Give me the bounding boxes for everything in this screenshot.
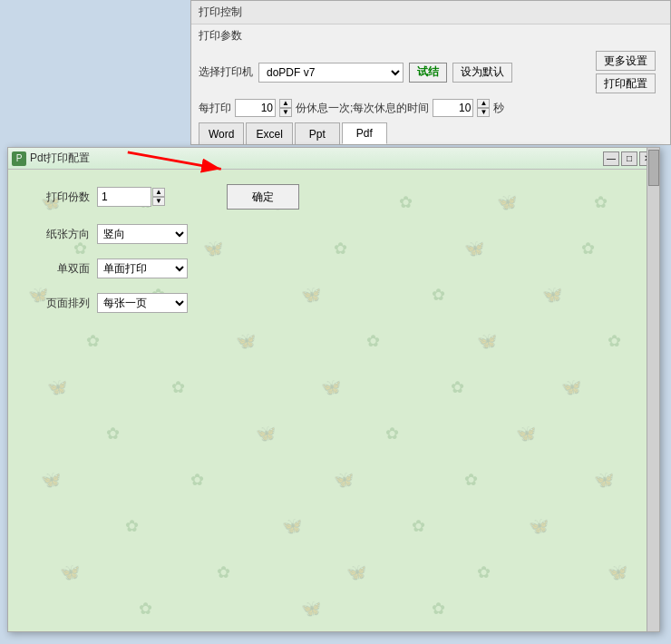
- layout-label: 页面排列: [26, 296, 90, 311]
- panel-title: 打印控制: [191, 1, 670, 24]
- more-settings-button[interactable]: 更多设置: [596, 51, 656, 71]
- tab-word[interactable]: Word: [199, 122, 244, 144]
- orientation-select[interactable]: 竖向 横向: [97, 224, 188, 244]
- rest-up-btn[interactable]: ▲: [477, 99, 490, 108]
- default-button[interactable]: 设为默认: [452, 63, 512, 83]
- interval-up-btn[interactable]: ▲: [279, 99, 292, 108]
- duplex-select[interactable]: 单面打印 双面打印: [97, 259, 188, 278]
- dialog-maximize-btn[interactable]: □: [621, 151, 637, 166]
- copies-row: 打印份数 ▲ ▼ 确定: [26, 184, 641, 210]
- copies-label: 打印份数: [26, 190, 90, 205]
- printer-row: 选择打印机 doPDF v7 试结 设为默认 更多设置 打印配置: [191, 47, 670, 97]
- printer-select[interactable]: doPDF v7: [258, 63, 404, 83]
- copies-input[interactable]: [97, 187, 151, 207]
- rest-spinner: ▲ ▼: [477, 99, 490, 117]
- test-button[interactable]: 试结: [409, 63, 447, 83]
- interval-input[interactable]: [235, 99, 276, 117]
- dialog-title: Pdt打印配置: [30, 151, 599, 166]
- confirm-button[interactable]: 确定: [227, 184, 299, 210]
- print-config-dialog: P Pdt打印配置 — □ ✕ 🦋 ✿ 🦋 ✿ 🦋 ✿ ✿ 🦋 ✿ 🦋 ✿ 🦋 …: [7, 147, 660, 632]
- copies-spinner: ▲ ▼: [152, 188, 165, 206]
- dialog-minimize-btn[interactable]: —: [603, 151, 619, 166]
- printer-label: 选择打印机: [199, 64, 253, 80]
- rest-label: 份休息一次;每次休息的时间: [296, 101, 429, 116]
- copies-input-group: ▲ ▼: [97, 187, 165, 207]
- copies-down-btn[interactable]: ▼: [152, 197, 165, 206]
- tab-ppt[interactable]: Ppt: [295, 122, 340, 144]
- layout-select[interactable]: 每张一页 每张两页 每张四页: [97, 293, 188, 313]
- dialog-icon: P: [12, 151, 26, 166]
- tab-excel[interactable]: Excel: [246, 122, 292, 144]
- scrollbar-thumb[interactable]: [648, 150, 659, 186]
- sec-label: 秒: [493, 101, 504, 116]
- tab-pdf[interactable]: Pdf: [342, 122, 387, 144]
- params-label: 打印参数: [191, 24, 670, 47]
- tab-row: Word Excel Ppt Pdf: [191, 119, 670, 144]
- interval-down-btn[interactable]: ▼: [279, 108, 292, 117]
- interval-row: 每打印 ▲ ▼ 份休息一次;每次休息的时间 ▲ ▼ 秒: [191, 97, 670, 119]
- interval-label: 每打印: [199, 101, 231, 116]
- copies-up-btn[interactable]: ▲: [152, 188, 165, 197]
- print-config-button[interactable]: 打印配置: [596, 73, 656, 93]
- orientation-row: 纸张方向 竖向 横向: [26, 224, 641, 244]
- dialog-form: 打印份数 ▲ ▼ 确定 纸张方向 竖向 横向 单双面 单面打印: [8, 170, 659, 342]
- orientation-label: 纸张方向: [26, 227, 90, 242]
- interval-spinner: ▲ ▼: [279, 99, 292, 117]
- rest-input[interactable]: [433, 99, 473, 117]
- layout-row: 页面排列 每张一页 每张两页 每张四页: [26, 293, 641, 313]
- rest-down-btn[interactable]: ▼: [477, 108, 490, 117]
- duplex-label: 单双面: [26, 261, 90, 277]
- duplex-row: 单双面 单面打印 双面打印: [26, 259, 641, 278]
- dialog-titlebar: P Pdt打印配置 — □ ✕: [8, 148, 659, 170]
- print-control-panel: 打印控制 打印参数 选择打印机 doPDF v7 试结 设为默认 更多设置 打印…: [190, 0, 671, 145]
- dialog-scrollbar[interactable]: [647, 148, 659, 631]
